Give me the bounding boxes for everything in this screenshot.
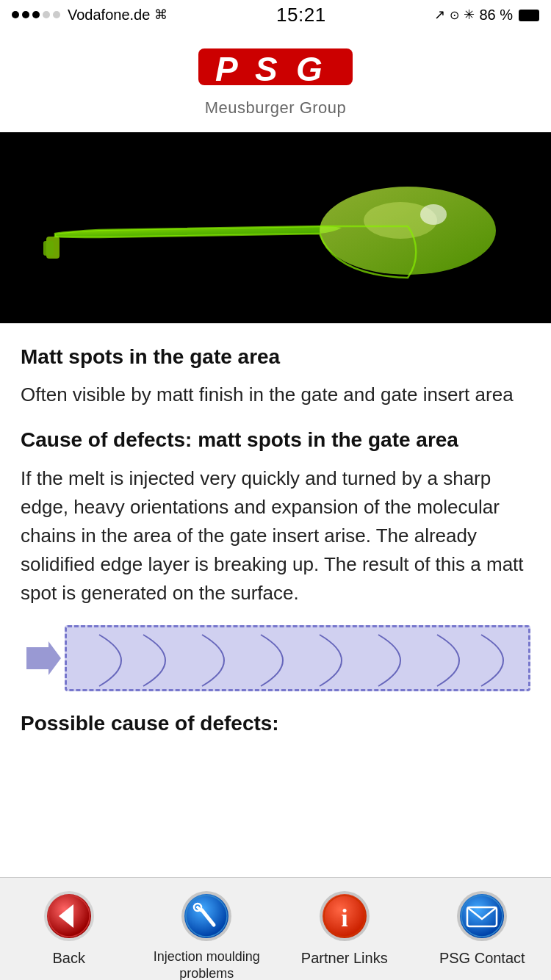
svg-point-6	[420, 204, 447, 225]
cause-description: If the melt is injected very quickly and…	[21, 464, 530, 608]
battery-icon	[519, 10, 539, 21]
psg-logo: P S G	[195, 47, 356, 94]
signal-dot-3	[32, 11, 40, 18]
back-icon	[43, 890, 96, 943]
status-bar-left: Vodafone.de ⌘	[12, 7, 168, 24]
nav-injection-button[interactable]: Injection moulding problems	[148, 890, 265, 980]
svg-text:P: P	[215, 50, 238, 88]
nav-partner-button[interactable]: i Partner Links	[286, 890, 403, 968]
injection-label: Injection moulding problems	[148, 948, 265, 980]
status-bar: Vodafone.de ⌘ 15:21 ↗ ⊙ ✳ 86 %	[0, 0, 551, 29]
svg-text:G: G	[296, 50, 323, 88]
main-content: Matt spots in the gate area Often visibl…	[0, 323, 551, 868]
flow-arrow-icon	[21, 640, 65, 677]
logo-area: P S G Meusburger Group	[0, 29, 551, 132]
nav-back-button[interactable]: Back	[10, 890, 128, 968]
nav-contact-button[interactable]: PSG Contact	[423, 890, 541, 968]
contact-label: PSG Contact	[439, 948, 525, 968]
partner-icon: i	[318, 890, 371, 943]
bottom-nav: Back Injection moulding problems	[0, 877, 551, 980]
signal-dot-5	[53, 11, 60, 18]
signal-dot-4	[43, 11, 50, 18]
contact-icon	[455, 890, 508, 943]
bluetooth-icon: ✳	[464, 7, 475, 23]
partner-label: Partner Links	[301, 948, 388, 968]
flow-diagram	[21, 625, 530, 691]
injection-icon	[180, 890, 233, 943]
cause-heading: Cause of defects: matt spots in the gate…	[21, 427, 530, 453]
product-image	[0, 132, 551, 323]
signal-dot-1	[12, 11, 19, 18]
bottom-spacer	[21, 743, 530, 853]
defect-description: Often visible by matt finish in the gate…	[21, 381, 530, 409]
location-icon: ↗	[434, 7, 445, 23]
spoon-illustration	[26, 154, 525, 301]
defect-title: Matt spots in the gate area	[21, 344, 530, 370]
battery-label: 86 %	[479, 7, 513, 24]
flow-visualization	[65, 625, 530, 691]
carrier-label: Vodafone.de	[68, 7, 150, 24]
clock-icon: ⊙	[450, 8, 459, 22]
wifi-icon: ⌘	[154, 7, 168, 23]
svg-text:i: i	[341, 904, 347, 932]
time-display: 15:21	[276, 4, 326, 26]
status-bar-right: ↗ ⊙ ✳ 86 %	[434, 7, 539, 24]
signal-dot-2	[22, 11, 29, 18]
psg-logo-svg: P S G	[195, 47, 356, 91]
svg-marker-9	[26, 641, 61, 675]
possible-cause-title: Possible cause of defects:	[21, 712, 530, 735]
svg-rect-8	[43, 241, 54, 256]
back-label: Back	[53, 948, 85, 968]
svg-text:S: S	[255, 50, 278, 88]
signal-dots	[12, 11, 60, 18]
logo-subtitle: Meusburger Group	[205, 98, 347, 118]
